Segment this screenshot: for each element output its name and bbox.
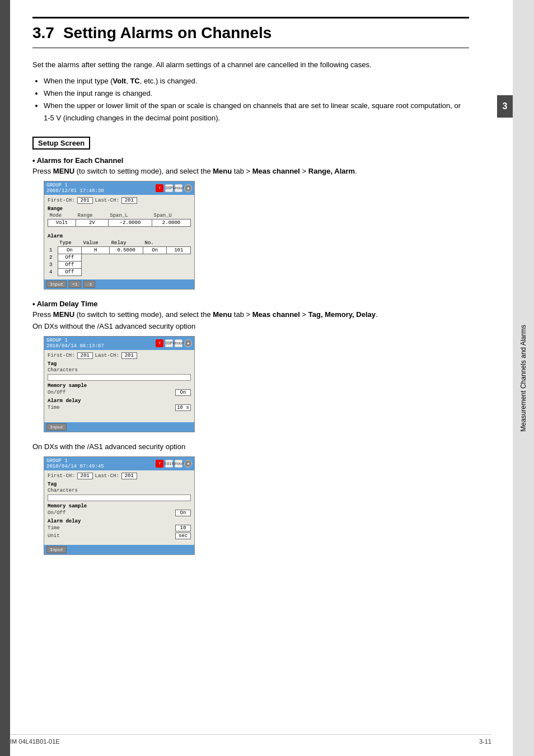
- delay-screen-2: GROUP 1 2010/04/14 07:49:45 Y Edit Unour…: [44, 456, 195, 555]
- screen-group-1: GROUP 1: [46, 183, 104, 188]
- page-footer: IM 04L41B01-01E 3-11: [10, 734, 491, 745]
- chapter-badge: 3: [497, 95, 513, 118]
- screen-date-2: 2010/04/14 06:13:07: [46, 343, 104, 349]
- setup-screen-box: Setup Screen: [32, 137, 90, 150]
- screen-icon-edit-3: Edit: [165, 460, 173, 468]
- screen-icon-settings: ●: [184, 184, 192, 192]
- footer-right: 3-11: [479, 738, 491, 745]
- screen-memsample-val-3: On: [175, 510, 191, 516]
- screen-icon-yokogawa-3: Y: [156, 460, 163, 468]
- screen-btn-plus1[interactable]: +1: [69, 281, 81, 288]
- bullet-item-1: When the input type (Volt, TC, etc.) is …: [44, 75, 469, 87]
- screen-tag-input-2[interactable]: [48, 374, 191, 381]
- screen-ch-row-2: First-CH: 201 Last-CH: 201: [48, 352, 191, 359]
- screen-btn-input-3[interactable]: Input: [46, 546, 67, 553]
- screen-footer-1: Input +1 -1: [44, 279, 194, 289]
- screen-btn-input-1[interactable]: Input: [46, 281, 67, 288]
- caption-2: On DXs with the /AS1 advanced security o…: [32, 442, 469, 451]
- delay-screen-1: GROUP 1 2010/04/14 06:13:07 Y DSP Unour …: [44, 336, 195, 432]
- subsection-heading-1: • Alarms for Each Channel: [32, 156, 469, 165]
- subsection-desc-1: Press MENU (to switch to setting mode), …: [32, 167, 469, 175]
- footer-left: IM 04L41B01-01E: [10, 738, 60, 745]
- screen-icon-yokogawa: Y: [156, 184, 163, 192]
- section-title: Setting Alarms on Channels: [63, 24, 271, 42]
- screen-header-3: GROUP 1 2010/04/14 07:49:45 Y Edit Unour…: [44, 457, 194, 470]
- alarm-screen: GROUP 1 2008/12/01 17:48:30 Y DSP Unour …: [44, 181, 195, 290]
- screen-group-2: GROUP 1: [46, 338, 104, 343]
- screen-icon-yokogawa-2: Y: [156, 339, 163, 347]
- right-sidebar: Measurement Channels and Alarms: [513, 0, 534, 756]
- screen-time-val-3: 10: [175, 525, 191, 531]
- section-number: 3.7: [32, 24, 54, 42]
- screen-ch-row-1: First-CH: 201 Last-CH: 201: [48, 197, 191, 204]
- screen-icon-dsp-2: DSP: [165, 339, 173, 347]
- screen-body-1: First-CH: 201 Last-CH: 201 Range Mode Ra…: [44, 195, 194, 279]
- screen-icon-settings-2: ●: [184, 339, 192, 347]
- screen-range-label: Range: [48, 206, 191, 212]
- screen-body-3: First-CH: 201 Last-CH: 201 Tag Character…: [44, 470, 194, 545]
- screen-icon-settings-3: ●: [184, 460, 192, 468]
- screen-icon-unour-3: Unour: [175, 460, 182, 468]
- screen-btn-minus1[interactable]: -1: [83, 281, 96, 288]
- screen-alarm-label: Alarm: [48, 234, 191, 239]
- screen-alarmdelay-label-2: Alarm delay: [48, 398, 191, 404]
- screen-date-1: 2008/12/01 17:48:30: [46, 188, 104, 194]
- section-title-bar: 3.7 Setting Alarms on Channels: [32, 17, 469, 48]
- intro-text: Set the alarms after setting the range. …: [32, 59, 469, 71]
- subsection-desc-2: Press MENU (to switch to setting mode), …: [32, 310, 469, 319]
- screen-header-2: GROUP 1 2010/04/14 06:13:07 Y DSP Unour …: [44, 337, 194, 350]
- screen-alarmdelay-label-3: Alarm delay: [48, 519, 191, 524]
- screen-icon-unour: Unour: [175, 184, 182, 192]
- screen-date-3: 2010/04/14 07:49:45: [46, 464, 104, 469]
- screen-header-1: GROUP 1 2008/12/01 17:48:30 Y DSP Unour …: [44, 181, 194, 195]
- screen-alarm-table: Type Value Relay No. 1 On H 0.5000 On 10…: [48, 240, 191, 276]
- bullet-list: When the input type (Volt, TC, etc.) is …: [44, 75, 469, 124]
- bullet-item-2: When the input range is changed.: [44, 87, 469, 100]
- screen-memsample-val-2: On: [175, 389, 191, 396]
- screen-tag-input-3[interactable]: [48, 494, 191, 501]
- screen-tag-label-2: Tag: [48, 361, 191, 367]
- screen-footer-3: Input: [44, 545, 194, 554]
- screen-footer-2: Input: [44, 422, 194, 432]
- screen-unit-val-3: sec: [175, 533, 191, 539]
- left-accent-bar: [0, 0, 10, 756]
- sidebar-label: Measurement Channels and Alarms: [519, 325, 527, 432]
- screen-btn-input-2[interactable]: Input: [46, 423, 67, 431]
- screen-tag-label-3: Tag: [48, 482, 191, 487]
- screen-group-3: GROUP 1: [46, 458, 104, 464]
- screen-ch-row-3: First-CH: 201 Last-CH: 201: [48, 473, 191, 479]
- bullet-item-3: When the upper or lower limit of the spa…: [44, 100, 469, 124]
- screen-range-table: Mode Range Span_L Span_U Volt 2V -2.0000…: [48, 212, 191, 227]
- screen-icon-unour-2: Unour: [175, 339, 182, 347]
- screen-icon-dsp: DSP: [165, 184, 173, 192]
- caption-1: On DXs without the /AS1 advanced securit…: [32, 322, 469, 330]
- screen-time-val-2: 10 s: [175, 404, 191, 411]
- screen-memsample-label-2: Memory sample: [48, 383, 191, 389]
- subsection-heading-2: • Alarm Delay Time: [32, 300, 469, 308]
- screen-body-2: First-CH: 201 Last-CH: 201 Tag Character…: [44, 350, 194, 422]
- main-content: 3.7 Setting Alarms on Channels Set the a…: [10, 0, 491, 587]
- screen-memsample-label-3: Memory sample: [48, 503, 191, 509]
